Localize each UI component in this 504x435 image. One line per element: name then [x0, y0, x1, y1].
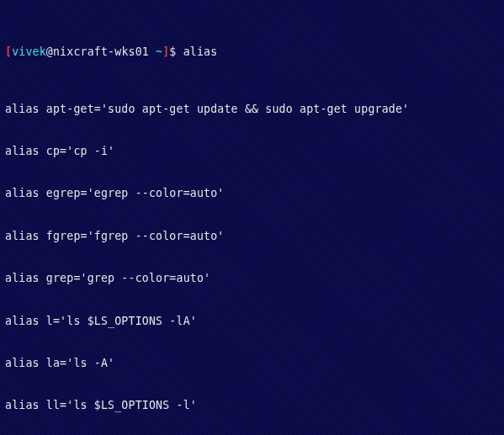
- alias-line: alias grep='grep --color=auto': [5, 272, 499, 286]
- terminal-output[interactable]: [vivek@nixcraft-wks01 ~]$ alias alias ap…: [5, 3, 499, 435]
- prompt-dollar: $: [169, 45, 183, 58]
- alias-line: alias la='ls -A': [5, 357, 499, 371]
- prompt-tilde: ~: [156, 45, 162, 58]
- prompt-line-1: [vivek@nixcraft-wks01 ~]$ alias: [5, 45, 499, 60]
- alias-line: alias egrep='egrep --color=auto': [5, 187, 499, 201]
- prompt-host: @nixcraft-wks01: [46, 45, 156, 58]
- alias-line: alias ll='ls $LS_OPTIONS -l': [5, 399, 499, 413]
- alias-line: alias fgrep='fgrep --color=auto': [5, 230, 499, 244]
- bracket-open: [: [5, 45, 12, 58]
- alias-line: alias apt-get='sudo apt-get update && su…: [5, 103, 499, 117]
- alias-line: alias cp='cp -i': [5, 145, 499, 159]
- alias-line: alias l='ls $LS_OPTIONS -lA': [5, 315, 499, 329]
- prompt-user: vivek: [12, 45, 46, 58]
- command-1: alias: [183, 45, 218, 58]
